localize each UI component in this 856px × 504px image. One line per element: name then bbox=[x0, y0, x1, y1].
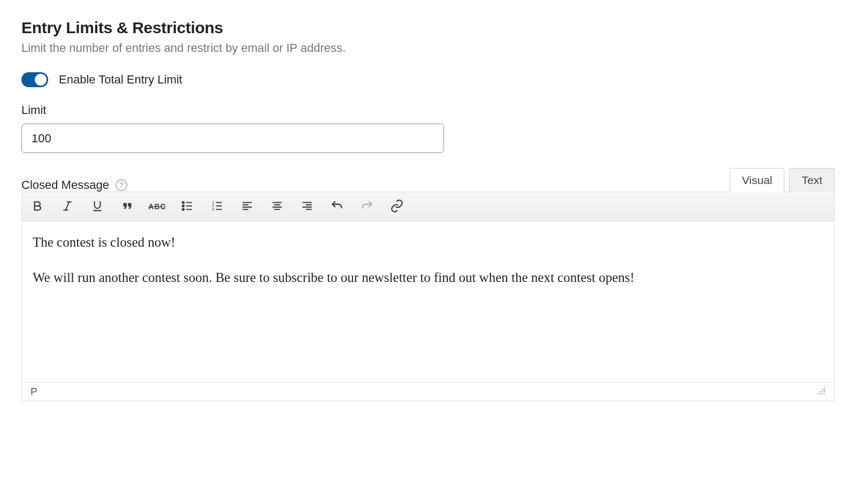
section-subtitle: Limit the number of entries and restrict… bbox=[21, 41, 835, 55]
editor-element-path: P bbox=[30, 386, 37, 398]
editor-toolbar: ABC 123 bbox=[22, 192, 834, 222]
rich-text-editor: ABC 123 bbox=[21, 192, 835, 401]
tab-text[interactable]: Text bbox=[789, 168, 835, 192]
undo-button[interactable] bbox=[328, 197, 346, 216]
help-icon[interactable]: ? bbox=[116, 179, 127, 191]
bullet-list-icon bbox=[180, 199, 194, 215]
underline-button[interactable] bbox=[88, 197, 106, 216]
tab-visual[interactable]: Visual bbox=[730, 168, 785, 192]
svg-point-35 bbox=[822, 393, 823, 394]
svg-point-34 bbox=[824, 393, 825, 394]
svg-point-28 bbox=[824, 387, 825, 388]
italic-icon bbox=[60, 199, 74, 215]
enable-entry-limit-label: Enable Total Entry Limit bbox=[59, 73, 182, 87]
align-right-button[interactable] bbox=[298, 197, 316, 216]
limit-input[interactable] bbox=[21, 124, 444, 153]
limit-label: Limit bbox=[21, 103, 835, 117]
svg-point-5 bbox=[182, 205, 184, 207]
svg-line-0 bbox=[66, 202, 70, 210]
svg-point-32 bbox=[822, 391, 823, 392]
link-icon bbox=[390, 199, 404, 215]
align-left-button[interactable] bbox=[238, 197, 256, 216]
svg-point-36 bbox=[820, 393, 821, 394]
undo-icon bbox=[330, 199, 344, 215]
numbered-list-icon: 123 bbox=[210, 199, 224, 215]
closed-message-label: Closed Message bbox=[21, 178, 109, 192]
editor-paragraph: The contest is closed now! bbox=[33, 232, 823, 253]
align-center-icon bbox=[270, 199, 284, 215]
bold-button[interactable] bbox=[28, 197, 47, 216]
numbered-list-button[interactable]: 123 bbox=[208, 197, 226, 216]
enable-entry-limit-toggle[interactable] bbox=[21, 72, 48, 87]
svg-point-31 bbox=[824, 391, 825, 392]
section-title: Entry Limits & Restrictions bbox=[21, 19, 835, 37]
toggle-thumb bbox=[35, 74, 47, 86]
blockquote-icon bbox=[120, 199, 134, 215]
bold-icon bbox=[30, 199, 44, 215]
redo-icon bbox=[360, 199, 374, 215]
link-button[interactable] bbox=[388, 197, 406, 216]
align-center-button[interactable] bbox=[268, 197, 286, 216]
enable-entry-limit-row: Enable Total Entry Limit bbox=[21, 72, 835, 87]
underline-icon bbox=[90, 199, 104, 215]
blockquote-button[interactable] bbox=[118, 197, 136, 216]
strikethrough-icon: ABC bbox=[148, 202, 166, 211]
align-left-icon bbox=[240, 199, 254, 215]
editor-tabs: Visual Text bbox=[730, 168, 835, 192]
svg-point-30 bbox=[822, 389, 823, 390]
svg-point-4 bbox=[182, 201, 184, 203]
svg-point-33 bbox=[820, 391, 821, 392]
svg-point-6 bbox=[182, 208, 184, 210]
resize-handle-icon[interactable] bbox=[817, 386, 826, 398]
align-right-icon bbox=[300, 199, 314, 215]
italic-button[interactable] bbox=[58, 197, 77, 216]
editor-statusbar: P bbox=[22, 382, 834, 401]
bullet-list-button[interactable] bbox=[178, 197, 196, 216]
strikethrough-button[interactable]: ABC bbox=[148, 197, 166, 216]
svg-text:3: 3 bbox=[212, 207, 214, 211]
svg-point-29 bbox=[824, 389, 825, 390]
svg-point-37 bbox=[817, 393, 819, 394]
editor-paragraph: We will run another contest soon. Be sur… bbox=[33, 268, 823, 288]
editor-content-area[interactable]: The contest is closed now! We will run a… bbox=[22, 222, 834, 382]
redo-button[interactable] bbox=[358, 197, 376, 216]
